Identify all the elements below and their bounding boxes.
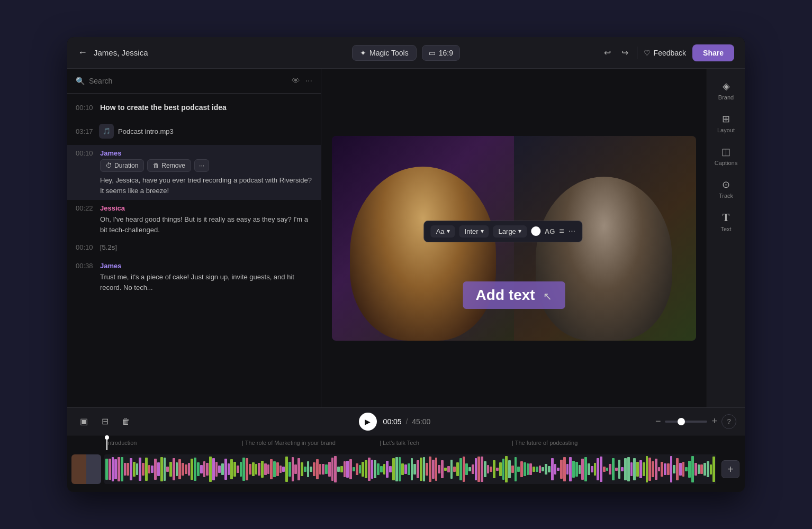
- magic-tools-button[interactable]: ✦ Magic Tools: [352, 45, 417, 61]
- remove-label: Remove: [161, 162, 185, 169]
- back-button[interactable]: ←: [78, 47, 87, 58]
- zoom-in-button[interactable]: +: [711, 416, 717, 427]
- time-display: 00:05 / 45:00: [383, 417, 431, 426]
- redo-button[interactable]: ↪: [619, 45, 630, 60]
- waveform-container[interactable]: [104, 454, 716, 484]
- zoom-out-button[interactable]: −: [655, 416, 661, 427]
- transcript-item-3: 00:10 James ⏱ Duration 🗑 Remove ···: [67, 145, 321, 200]
- track-icon: ⊙: [722, 179, 730, 190]
- time-separator: /: [406, 417, 408, 426]
- more-text-options-button[interactable]: ···: [569, 226, 575, 236]
- track-label-future: | The future of podcasting: [512, 440, 578, 446]
- search-actions: 👁 ···: [292, 76, 312, 86]
- layout-icon: ⊞: [722, 113, 730, 125]
- brand-tool-item[interactable]: ◈ Brand: [710, 75, 742, 106]
- speaker-name-james-2: James: [100, 262, 121, 270]
- font-style-selector[interactable]: Aa ▾: [431, 225, 455, 238]
- trash-icon: 🗑: [153, 162, 159, 169]
- zoom-slider[interactable]: [665, 421, 707, 423]
- more-toolbar-button[interactable]: ···: [194, 159, 209, 172]
- font-size-selector[interactable]: Large ▾: [493, 225, 527, 238]
- text-tool-label: Text: [720, 226, 731, 232]
- transcript-text-6: Trust me, it's a piece of cake! Just sig…: [100, 272, 312, 293]
- timestamp-3: 00:10: [76, 149, 95, 157]
- screen-icon: ▭: [429, 49, 436, 57]
- timeline-split-button[interactable]: ⊟: [97, 414, 113, 430]
- font-size-value: Large: [499, 227, 516, 235]
- search-input[interactable]: [89, 77, 287, 85]
- delete-icon: 🗑: [122, 417, 130, 426]
- text-align-icon[interactable]: ≡: [559, 226, 564, 236]
- transcript-header-2: 03:17 🎵 Podcast intro.mp3: [76, 124, 312, 139]
- speaker-name-jessica-1: Jessica: [100, 204, 125, 212]
- playhead: [106, 435, 107, 450]
- project-title: James, Jessica: [94, 48, 148, 57]
- help-button[interactable]: ?: [721, 414, 736, 429]
- timestamp-1: 00:10: [76, 104, 95, 112]
- thumb-right: [86, 454, 101, 484]
- transcript-item-4: 00:22 Jessica Oh, I've heard good things…: [67, 200, 321, 239]
- feedback-label: Feedback: [654, 49, 686, 57]
- timeline-area: ▣ ⊟ 🗑 ▶ 00:05 / 45:00 −: [67, 407, 745, 492]
- track-tool-item[interactable]: ⊙ Track: [710, 174, 742, 204]
- transcript-text-4: Oh, I've heard good things! But is it re…: [100, 214, 312, 235]
- timeline-delete-button[interactable]: 🗑: [118, 414, 134, 430]
- transcript-list: 00:10 How to create the best podcast ide…: [67, 94, 321, 407]
- tools-sidebar: ◈ Brand ⊞ Layout ◫ Captions ⊙ Track T Te…: [707, 69, 745, 407]
- play-button[interactable]: ▶: [359, 413, 377, 431]
- clock-icon: ⏱: [106, 162, 112, 169]
- playhead-dot: [105, 435, 109, 440]
- layout-tool-item[interactable]: ⊞ Layout: [710, 108, 742, 139]
- font-name-selector[interactable]: Inter ▾: [459, 225, 489, 238]
- time-total: 45:00: [412, 417, 430, 426]
- silence-duration: [5.2s]: [100, 243, 117, 251]
- clip-icon: ▣: [80, 416, 88, 426]
- transcript-item-6: 00:38 James Trust me, it's a piece of ca…: [67, 258, 321, 297]
- remove-button[interactable]: 🗑 Remove: [147, 159, 191, 172]
- header-center: ✦ Magic Tools ▭ 16:9: [352, 45, 460, 61]
- add-text-overlay[interactable]: Add text ↖: [463, 281, 565, 309]
- captions-icon: ◫: [721, 146, 730, 158]
- add-track-button[interactable]: +: [721, 460, 739, 478]
- eye-icon[interactable]: 👁: [292, 76, 300, 86]
- person-left-silhouette: [350, 167, 495, 341]
- item-toolbar: ⏱ Duration 🗑 Remove ···: [100, 159, 312, 172]
- aspect-ratio-button[interactable]: ▭ 16:9: [422, 45, 460, 61]
- undo-button[interactable]: ↩: [602, 45, 613, 60]
- transcript-item-2: 03:17 🎵 Podcast intro.mp3: [67, 120, 321, 145]
- color-picker[interactable]: [531, 226, 540, 236]
- audio-name-2: Podcast intro.mp3: [118, 127, 174, 135]
- track-label-tech: | Let's talk Tech: [380, 440, 419, 446]
- transcript-header-3: 00:10 James: [76, 149, 312, 157]
- zoom-thumb: [678, 418, 685, 425]
- header-left: ← James, Jessica: [78, 47, 352, 58]
- duration-button[interactable]: ⏱ Duration: [100, 159, 144, 172]
- share-button[interactable]: Share: [692, 44, 734, 61]
- text-tool-item[interactable]: T Text: [710, 206, 742, 238]
- cursor-icon: ↖: [543, 290, 552, 302]
- duration-label: Duration: [114, 162, 138, 169]
- feedback-button[interactable]: ♡ Feedback: [644, 49, 686, 57]
- header: ← James, Jessica ✦ Magic Tools ▭ 16:9 ↩ …: [67, 37, 745, 69]
- person-right-silhouette: [536, 177, 672, 341]
- font-name-chevron-icon: ▾: [481, 227, 484, 235]
- timestamp-6: 00:38: [76, 262, 95, 270]
- transcript-sidebar: 🔍 👁 ··· 00:10 How to create the best pod…: [67, 69, 321, 407]
- video-canvas[interactable]: Aa ▾ Inter ▾ Large ▾ AG ≡: [332, 136, 696, 341]
- heart-icon: ♡: [644, 49, 651, 57]
- more-options-icon[interactable]: ···: [305, 76, 312, 86]
- captions-tool-item[interactable]: ◫ Captions: [710, 141, 742, 171]
- timeline-clip-button[interactable]: ▣: [76, 414, 92, 430]
- main-area: 🔍 👁 ··· 00:10 How to create the best pod…: [67, 69, 745, 407]
- search-bar: 🔍 👁 ···: [67, 69, 321, 94]
- aspect-ratio-label: 16:9: [439, 49, 453, 57]
- brand-icon: ◈: [723, 80, 730, 92]
- split-icon: ⊟: [102, 416, 109, 426]
- magic-tools-star-icon: ✦: [360, 49, 366, 57]
- speaker-thumbnails: [71, 454, 101, 484]
- add-text-label: Add text: [476, 287, 535, 303]
- timeline-track-area: Introduction | The role of Marketing in …: [67, 435, 745, 492]
- timeline-tools: ▣ ⊟ 🗑: [76, 414, 134, 430]
- layout-tool-label: Layout: [717, 127, 735, 133]
- audio-file-icon: 🎵: [99, 124, 114, 139]
